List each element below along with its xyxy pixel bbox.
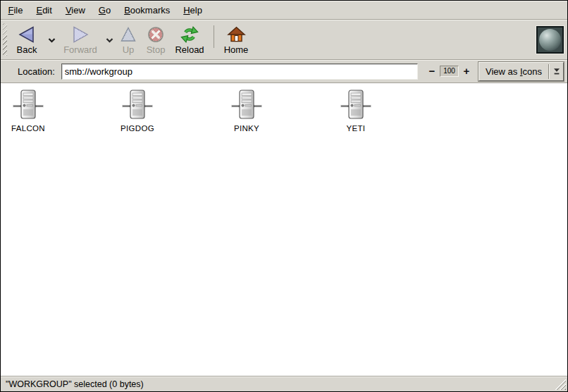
- network-server-icon: [13, 90, 44, 121]
- location-bar: Location: − 100 + View as Icons: [1, 60, 567, 83]
- server-label: FALCON: [11, 124, 45, 133]
- reload-button[interactable]: Reload: [171, 20, 209, 59]
- icon-view: FALCON PIGDOG PINKY YETI: [1, 83, 567, 376]
- view-as-label: View as Icons: [479, 66, 548, 77]
- menu-help[interactable]: Help: [177, 5, 209, 16]
- reload-icon: [180, 24, 199, 45]
- zoom-out-button[interactable]: −: [426, 66, 438, 77]
- chevron-down-icon: [48, 37, 56, 43]
- menu-edit[interactable]: Edit: [30, 5, 58, 16]
- server-item-pinky[interactable]: PINKY: [219, 90, 274, 133]
- dropdown-indicator-icon: [550, 67, 563, 75]
- file-manager-window: File Edit View Go Bookmarks Help Back: [0, 0, 568, 392]
- home-icon: [227, 24, 246, 45]
- menu-file[interactable]: File: [1, 5, 30, 16]
- status-bar: "WORKGROUP" selected (0 bytes): [1, 376, 567, 391]
- stop-button[interactable]: Stop: [141, 20, 171, 59]
- throbber-icon: [536, 26, 564, 54]
- status-text: "WORKGROUP" selected (0 bytes): [6, 379, 144, 389]
- throbber-sphere: [539, 29, 561, 51]
- menu-bar: File Edit View Go Bookmarks Help: [1, 1, 567, 20]
- server-item-falcon[interactable]: FALCON: [1, 90, 56, 133]
- zoom-level-indicator: 100: [440, 66, 459, 77]
- toolbar-drag-handle[interactable]: [3, 23, 7, 56]
- forward-history-dropdown[interactable]: [103, 35, 116, 46]
- network-server-icon: [340, 90, 371, 121]
- up-icon: [120, 24, 137, 45]
- network-server-icon: [231, 90, 262, 121]
- menu-go[interactable]: Go: [92, 5, 117, 16]
- back-button[interactable]: Back: [8, 20, 45, 59]
- toolbar-separator: [214, 25, 214, 48]
- back-history-dropdown[interactable]: [45, 35, 58, 46]
- forward-icon: [70, 24, 90, 45]
- view-as-dropdown[interactable]: View as Icons: [479, 62, 564, 81]
- server-item-yeti[interactable]: YETI: [328, 90, 383, 133]
- server-label: PIGDOG: [121, 124, 154, 133]
- network-server-icon: [122, 90, 153, 121]
- menu-bookmarks[interactable]: Bookmarks: [118, 5, 177, 16]
- zoom-in-button[interactable]: +: [461, 66, 472, 77]
- menu-view[interactable]: View: [58, 5, 92, 16]
- server-label: PINKY: [234, 124, 259, 133]
- up-button[interactable]: Up: [116, 20, 141, 59]
- back-icon: [17, 24, 37, 45]
- resize-grip[interactable]: [555, 379, 566, 390]
- server-label: YETI: [347, 124, 366, 133]
- chevron-down-icon: [106, 37, 113, 43]
- tool-bar: Back Forward: [1, 20, 567, 60]
- home-button[interactable]: Home: [219, 20, 253, 59]
- forward-button[interactable]: Forward: [58, 20, 103, 59]
- location-input[interactable]: [61, 63, 418, 80]
- location-label: Location:: [18, 66, 55, 77]
- server-item-pigdog[interactable]: PIGDOG: [110, 90, 165, 133]
- stop-icon: [147, 24, 164, 45]
